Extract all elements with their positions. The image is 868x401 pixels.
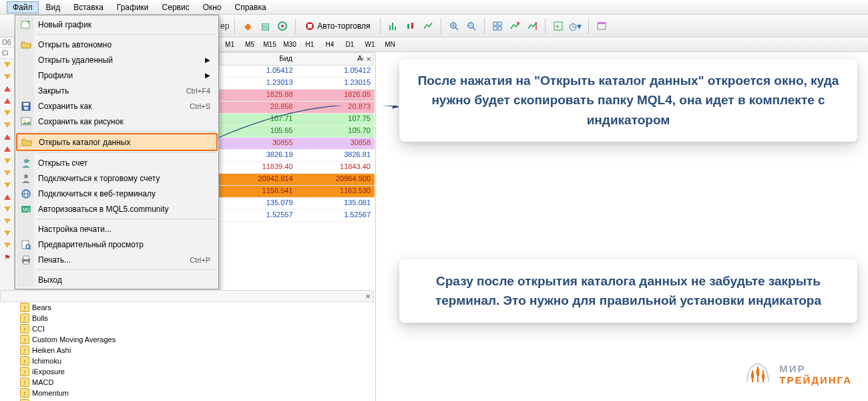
menu-item-label: Открыть автономно [38,40,112,49]
template-icon[interactable] [594,19,609,33]
market-row[interactable]: 1.230131.23015 [219,78,375,90]
bar-chart-icon[interactable] [386,19,401,33]
book-icon[interactable]: ▤ [258,19,272,33]
svg-rect-45 [23,261,29,264]
web-icon [20,188,32,200]
indicator-icon[interactable]: + [551,19,566,33]
nav-item-label: iExposure [32,368,65,376]
chart-plus-icon: + [20,19,32,31]
market-row[interactable]: 1158.5411163.530 [219,186,375,198]
symbol-dn[interactable] [0,239,14,251]
nav-item[interactable]: ƒBulls [20,313,374,323]
menu-item[interactable]: Открыть каталог данных [16,133,218,151]
menu-графики[interactable]: Графики [111,1,155,13]
menu-окно[interactable]: Окно [197,1,228,13]
menu-вставка[interactable]: Вставка [67,1,110,13]
period-H4[interactable]: H4 [320,39,339,51]
menu-item[interactable]: Выход [17,272,217,287]
menu-item[interactable]: Настройка печати... [17,221,217,237]
menu-файл[interactable]: Файл [7,1,39,13]
menu-item[interactable]: Открыть автономно [17,37,217,52]
period-MN[interactable]: MN [381,39,399,51]
menu-item[interactable]: Подключиться к торговому счету [17,170,217,186]
nav-item[interactable]: ƒCCI [20,323,374,334]
indicator-file-icon: ƒ [20,313,29,323]
menu-item[interactable]: Печать...Ctrl+P [17,252,217,267]
period-M5[interactable]: M5 [240,39,259,51]
nav-item[interactable]: ƒMomentum [20,388,374,398]
period-M15[interactable]: M15 [260,39,279,51]
menu-item[interactable]: +Новый график [17,17,217,32]
market-row[interactable]: 1.525571.52567 [219,210,375,222]
scroll-icon[interactable] [507,19,522,33]
market-row[interactable]: 3085530858 [219,138,375,150]
symbol-dn[interactable] [0,107,14,119]
menu-item[interactable]: Сохранить как рисунок [17,114,217,129]
symbol-dn[interactable] [0,59,14,71]
menu-separator [37,152,216,153]
nav-item[interactable]: ƒBears [20,302,374,313]
symbol-up[interactable] [0,191,14,203]
menu-сервис[interactable]: Сервис [156,1,196,13]
symbol-dn[interactable] [0,227,14,239]
period-M30[interactable]: M30 [280,39,299,51]
symbol-up[interactable] [0,95,14,107]
menu-item[interactable]: ЗакрытьCtrl+F4 [17,83,217,98]
menu-item[interactable]: MQАвторизоваться в MQL5.community [17,201,217,217]
market-row[interactable]: 1825.881826.05 [219,90,375,102]
market-row[interactable]: 20.85820.873 [219,102,375,114]
market-close-icon[interactable]: ✕ [363,52,374,65]
menu-item[interactable]: +Открыть счет [17,155,217,170]
signal-icon[interactable] [275,19,290,33]
zoom-out-icon[interactable] [464,19,479,33]
market-row[interactable]: 107.71107.75 [219,114,375,126]
symbol-dn[interactable] [0,203,14,215]
symbol-flag[interactable] [0,251,14,263]
diamond-icon[interactable]: ◆ [240,19,255,33]
symbol-dn[interactable] [0,179,14,191]
period-icon[interactable]: ◷▾ [568,19,583,33]
symbol-dn[interactable] [0,119,14,131]
nav-item[interactable]: ƒOsMA [20,398,374,401]
auto-trade-button[interactable]: Авто-торговля [301,19,374,33]
shift-icon[interactable] [525,19,539,33]
menu-item[interactable]: Подключиться к веб-терминалу [17,186,217,201]
symbol-dn[interactable] [0,155,14,167]
nav-item[interactable]: ƒIchimoku [20,356,374,366]
nav-item[interactable]: ƒHeiken Ashi [20,345,374,356]
menu-item-label: Закрыть [38,86,69,96]
menu-справка[interactable]: Справка [229,1,272,13]
menu-item-label: Подключиться к торговому счету [38,174,160,183]
image-icon [20,116,32,128]
panel-close-icon[interactable]: ✕ [365,293,371,300]
market-row[interactable]: 135.079135.081 [219,198,375,210]
market-row[interactable]: 20942.81420964.500 [219,174,375,186]
period-H1[interactable]: H1 [300,39,319,51]
menu-separator [37,131,216,132]
symbol-up[interactable] [0,143,14,155]
menu-item[interactable]: Сохранить какCtrl+S [17,98,217,114]
line-chart-icon[interactable] [421,19,435,33]
tile-icon[interactable] [490,19,505,33]
market-row[interactable]: 11839.4011843.40 [219,162,375,174]
symbol-up[interactable] [0,83,14,95]
zoom-in-icon[interactable] [447,19,461,33]
market-row[interactable]: 105.65105.70 [219,126,375,138]
candle-chart-icon[interactable] [403,19,418,33]
menu-item[interactable]: Предварительный просмотр [17,237,217,252]
symbol-dn[interactable] [0,71,14,83]
symbol-dn[interactable] [0,215,14,227]
symbol-dn[interactable] [0,167,14,179]
period-M1[interactable]: M1 [220,39,239,51]
symbol-up[interactable] [0,131,14,143]
nav-item[interactable]: ƒiExposure [20,366,374,377]
menu-item[interactable]: Открыть удаленный▶ [17,52,217,68]
nav-item[interactable]: ƒCustom Moving Averages [20,334,374,345]
period-W1[interactable]: W1 [361,39,379,51]
nav-item[interactable]: ƒMACD [20,377,374,388]
menu-item[interactable]: Профили▶ [17,68,217,83]
menu-вид[interactable]: Вид [40,1,67,13]
market-row[interactable]: 1.054121.05412 [219,65,375,78]
period-D1[interactable]: D1 [341,39,359,51]
market-row[interactable]: 3826.193826.81 [219,150,375,162]
